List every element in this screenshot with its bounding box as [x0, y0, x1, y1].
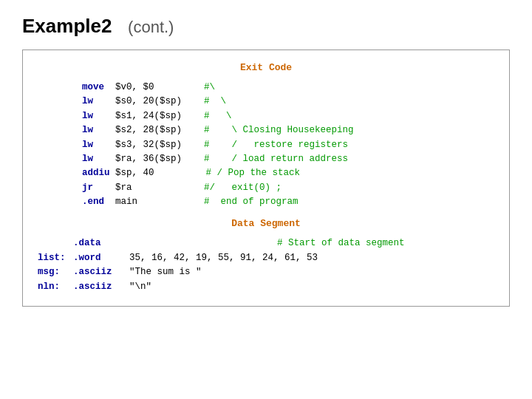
- exit-code-block: move $v0, $0 #\ lw $s0, 20($sp) # \ lw $…: [38, 81, 494, 209]
- title-main: Example2: [22, 15, 112, 37]
- data-segment-header: Data Segment: [38, 218, 494, 229]
- directive-asciiz-nln: .asciiz: [73, 280, 129, 294]
- comment-jr: #/ exit(0) ;: [204, 181, 282, 195]
- directive-asciiz-msg: .asciiz: [73, 265, 129, 279]
- args-lw4: $ra, 36($sp): [93, 152, 204, 166]
- code-row-lw4: lw $ra, 36($sp) # / load return address: [38, 152, 494, 166]
- instr-jr: jr: [38, 181, 93, 195]
- slide-container: Example2 (cont.) Exit Code move $v0, $0 …: [0, 0, 532, 399]
- data-row-asciiz-nln: nln: .asciiz "\n": [38, 280, 494, 294]
- args-addiu: $sp, 40: [110, 166, 206, 180]
- args-end: main: [104, 195, 204, 209]
- title-cont: (cont.): [128, 18, 174, 36]
- comment-move: #\: [204, 81, 215, 95]
- instr-lw2: lw: [38, 123, 93, 137]
- instr-end: .end: [38, 195, 104, 209]
- comment-lw1: # \: [204, 109, 232, 123]
- instr-addiu: addiu: [38, 166, 110, 180]
- label-data: [38, 236, 73, 250]
- label-msg: msg:: [38, 265, 73, 279]
- instr-lw0: lw: [38, 95, 93, 109]
- content-box: Exit Code move $v0, $0 #\ lw $s0, 20($sp…: [22, 50, 510, 307]
- comment-lw0: # \: [204, 95, 226, 109]
- args-lw1: $s1, 24($sp): [93, 109, 204, 123]
- comment-data: # Start of data segment: [277, 236, 405, 250]
- data-row-word: list: .word 35, 16, 42, 19, 55, 91, 24, …: [38, 251, 494, 265]
- value-word: 35, 16, 42, 19, 55, 91, 24, 61, 53: [129, 251, 318, 265]
- data-row-asciiz-msg: msg: .asciiz "The sum is ": [38, 265, 494, 279]
- args-lw2: $s2, 28($sp): [93, 123, 204, 137]
- code-row-addiu: addiu $sp, 40 # / Pop the stack: [38, 166, 494, 180]
- label-nln: nln:: [38, 280, 73, 294]
- code-row-lw0: lw $s0, 20($sp) # \: [38, 95, 494, 109]
- value-data: [129, 236, 277, 250]
- data-section-gap: Data Segment .data # Start of data segme…: [38, 218, 494, 294]
- instr-move: move: [38, 81, 104, 95]
- comment-addiu: # / Pop the stack: [206, 166, 301, 180]
- args-lw3: $s3, 32($sp): [93, 138, 204, 152]
- args-jr: $ra: [93, 181, 204, 195]
- comment-lw2: # \ Closing Housekeeping: [204, 123, 354, 137]
- slide-title: Example2 (cont.): [22, 15, 510, 38]
- args-move: $v0, $0: [104, 81, 204, 95]
- args-lw0: $s0, 20($sp): [93, 95, 204, 109]
- directive-data: .data: [73, 236, 129, 250]
- value-asciiz-msg: "The sum is ": [129, 265, 202, 279]
- label-list: list:: [38, 251, 73, 265]
- instr-lw3: lw: [38, 138, 93, 152]
- data-segment-block: .data # Start of data segment list: .wor…: [38, 236, 494, 294]
- code-row-end: .end main # end of program: [38, 195, 494, 209]
- code-row-lw1: lw $s1, 24($sp) # \: [38, 109, 494, 123]
- data-row-data: .data # Start of data segment: [38, 236, 494, 250]
- code-row-lw2: lw $s2, 28($sp) # \ Closing Housekeeping: [38, 123, 494, 137]
- comment-lw4: # / load return address: [204, 152, 348, 166]
- instr-lw4: lw: [38, 152, 93, 166]
- value-asciiz-nln: "\n": [129, 280, 151, 294]
- code-row-lw3: lw $s3, 32($sp) # / restore registers: [38, 138, 494, 152]
- comment-lw3: # / restore registers: [204, 138, 348, 152]
- comment-end: # end of program: [204, 195, 299, 209]
- code-row-move: move $v0, $0 #\: [38, 81, 494, 95]
- instr-lw1: lw: [38, 109, 93, 123]
- exit-code-header: Exit Code: [38, 62, 494, 73]
- code-row-jr: jr $ra #/ exit(0) ;: [38, 181, 494, 195]
- directive-word: .word: [73, 251, 129, 265]
